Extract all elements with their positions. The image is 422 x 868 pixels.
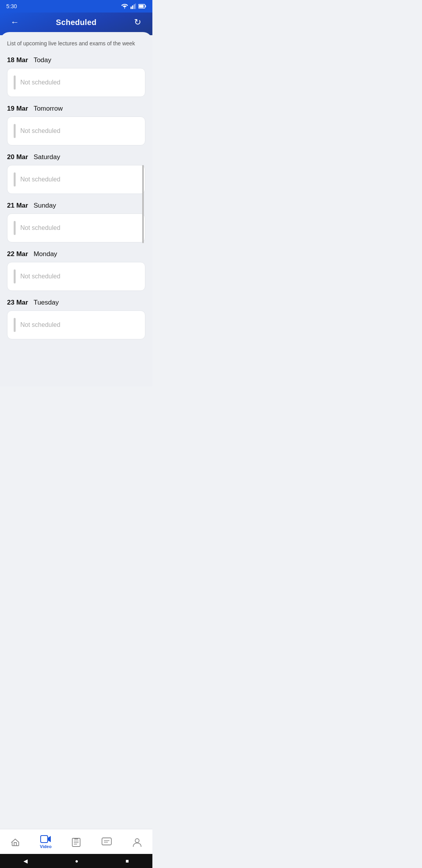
svg-rect-6 — [139, 5, 144, 8]
status-bar: 5:30 — [0, 0, 152, 13]
svg-rect-3 — [135, 4, 136, 9]
scroll-indicator — [142, 165, 144, 243]
date-header: 20 Mar Saturday — [7, 153, 145, 161]
wifi-icon — [121, 4, 128, 9]
svg-rect-1 — [132, 5, 133, 9]
day-text: Today — [34, 56, 51, 64]
not-scheduled-label: Not scheduled — [20, 321, 60, 328]
status-time: 5:30 — [6, 3, 17, 9]
svg-rect-2 — [134, 4, 135, 9]
left-bar-indicator — [14, 318, 16, 332]
schedule-section: 23 Mar Tuesday Not scheduled — [7, 299, 145, 339]
left-bar-indicator — [14, 124, 16, 138]
content-wrapper: List of upcoming live lectures and exams… — [7, 40, 145, 339]
page-title: Scheduled — [56, 18, 97, 27]
svg-rect-5 — [145, 5, 146, 7]
date-header: 22 Mar Monday — [7, 250, 145, 258]
date-header: 23 Mar Tuesday — [7, 299, 145, 307]
content-card: List of upcoming live lectures and exams… — [0, 32, 152, 386]
not-scheduled-label: Not scheduled — [20, 79, 60, 86]
battery-icon — [138, 4, 146, 9]
day-text: Sunday — [34, 202, 56, 210]
date-text: 22 Mar — [7, 250, 28, 258]
signal-icon — [131, 4, 136, 9]
refresh-button[interactable]: ↻ — [131, 17, 145, 27]
not-scheduled-label: Not scheduled — [20, 273, 60, 280]
schedule-section: 18 Mar Today Not scheduled — [7, 56, 145, 97]
schedule-card: Not scheduled — [7, 310, 145, 339]
schedule-card: Not scheduled — [7, 165, 145, 194]
schedule-card: Not scheduled — [7, 213, 145, 242]
left-bar-indicator — [14, 75, 16, 90]
left-bar-indicator — [14, 172, 16, 187]
date-text: 20 Mar — [7, 153, 28, 161]
schedule-section: 21 Mar Sunday Not scheduled — [7, 202, 145, 242]
day-text: Saturday — [34, 153, 60, 161]
date-text: 21 Mar — [7, 202, 28, 210]
date-header: 19 Mar Tomorrow — [7, 105, 145, 113]
day-text: Tuesday — [34, 299, 59, 307]
left-bar-indicator — [14, 221, 16, 235]
date-text: 19 Mar — [7, 105, 28, 113]
schedule-card: Not scheduled — [7, 117, 145, 145]
schedule-section: 22 Mar Monday Not scheduled — [7, 250, 145, 291]
date-header: 21 Mar Sunday — [7, 202, 145, 210]
day-text: Monday — [34, 250, 57, 258]
schedule-section: 19 Mar Tomorrow Not scheduled — [7, 105, 145, 145]
schedule-card: Not scheduled — [7, 68, 145, 97]
schedule-card: Not scheduled — [7, 262, 145, 291]
date-text: 18 Mar — [7, 56, 28, 64]
not-scheduled-label: Not scheduled — [20, 127, 60, 135]
not-scheduled-label: Not scheduled — [20, 224, 60, 231]
date-text: 23 Mar — [7, 299, 28, 307]
day-text: Tomorrow — [34, 105, 63, 113]
schedule-list: 18 Mar Today Not scheduled 19 Mar Tomorr… — [7, 56, 145, 339]
subtitle: List of upcoming live lectures and exams… — [7, 40, 145, 48]
svg-rect-0 — [131, 7, 132, 9]
status-icons — [121, 4, 146, 9]
date-header: 18 Mar Today — [7, 56, 145, 64]
left-bar-indicator — [14, 269, 16, 283]
schedule-section: 20 Mar Saturday Not scheduled — [7, 153, 145, 194]
not-scheduled-label: Not scheduled — [20, 176, 60, 183]
back-button[interactable]: ← — [8, 17, 22, 27]
